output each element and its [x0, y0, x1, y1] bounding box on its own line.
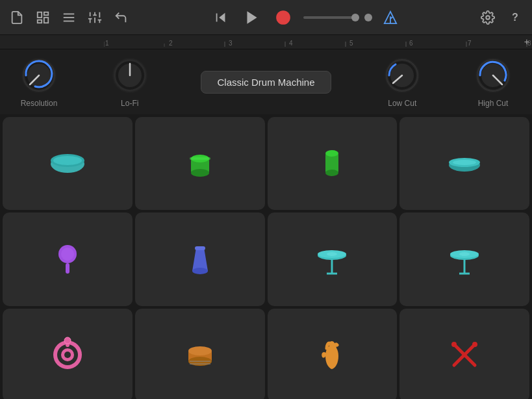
toolbar-right: ?: [479, 8, 524, 27]
hihat-open-icon: [446, 146, 483, 182]
pads-grid: [0, 114, 532, 399]
list-icon[interactable]: [60, 8, 78, 27]
svg-rect-62: [66, 263, 70, 274]
help-icon[interactable]: ?: [506, 8, 524, 27]
highcut-knob-group: High Cut: [474, 56, 513, 108]
svg-point-53: [191, 169, 209, 177]
lofi-label: Lo-Fi: [121, 99, 138, 108]
cymbal1-icon: [314, 241, 350, 277]
lofi-knob-group: Lo-Fi: [110, 56, 149, 108]
svg-point-79: [64, 352, 71, 358]
pad-target[interactable]: [3, 309, 133, 399]
svg-point-83: [188, 346, 212, 355]
metronome-icon[interactable]: [381, 8, 399, 27]
lowcut-knob[interactable]: [383, 56, 422, 95]
svg-marker-18: [247, 11, 257, 24]
svg-point-65: [192, 268, 208, 274]
svg-point-63: [61, 248, 74, 261]
resolution-knob-group: Resolution: [19, 56, 58, 108]
preset-name[interactable]: Classic Drum Machine: [201, 71, 331, 94]
snare2-icon: [182, 337, 218, 373]
svg-point-89: [451, 342, 457, 347]
pad-hihat-closed[interactable]: [268, 117, 398, 210]
pad-cowbell[interactable]: [135, 212, 265, 305]
snare1-icon: [182, 146, 218, 182]
add-track-button[interactable]: +: [524, 36, 529, 47]
svg-rect-54: [190, 157, 210, 160]
svg-rect-1: [44, 12, 48, 15]
shaker-icon: [49, 241, 86, 277]
svg-point-23: [486, 16, 490, 19]
svg-point-56: [325, 150, 338, 157]
toolbar-left: [8, 8, 130, 27]
sticks-icon: [446, 337, 483, 373]
pad-snare1[interactable]: [135, 117, 265, 210]
pad-shaker[interactable]: [3, 212, 133, 305]
pad-hihat-open[interactable]: [399, 117, 529, 210]
resolution-label: Resolution: [21, 99, 58, 108]
pad-cymbal1[interactable]: [268, 212, 398, 305]
lowcut-knob-group: Low Cut: [383, 56, 422, 108]
layout-icon[interactable]: [34, 8, 52, 27]
controls-row: Resolution Lo-Fi Classic Drum Machine: [0, 49, 532, 114]
lofi-knob[interactable]: [110, 56, 149, 95]
play-button[interactable]: [241, 6, 263, 29]
ruler: 1 2 3 4 5 6 7 8 +: [0, 35, 532, 49]
record-button[interactable]: [272, 6, 294, 29]
svg-point-19: [276, 10, 290, 25]
svg-point-60: [453, 160, 476, 165]
rewind-button[interactable]: [210, 6, 232, 29]
lowcut-label: Low Cut: [388, 99, 416, 108]
level-indicator: [364, 14, 372, 21]
toolbar: ?: [0, 0, 532, 35]
cowbell-icon: [182, 241, 218, 277]
pad-clap[interactable]: [268, 309, 398, 399]
svg-rect-0: [38, 12, 42, 17]
svg-point-81: [64, 337, 71, 344]
undo-icon[interactable]: [112, 8, 130, 27]
highcut-knob[interactable]: [474, 56, 513, 95]
resolution-knob[interactable]: [19, 56, 58, 95]
svg-point-70: [327, 252, 337, 256]
svg-point-90: [472, 342, 477, 347]
volume-slider[interactable]: [303, 16, 355, 19]
pad-snare2[interactable]: [135, 309, 265, 399]
hihat-closed-icon: [314, 146, 350, 182]
mixer-icon[interactable]: [86, 8, 104, 27]
pad-kick[interactable]: [3, 117, 133, 210]
svg-rect-2: [44, 18, 48, 23]
cymbal2-icon: [446, 241, 483, 277]
clap-icon: [314, 337, 350, 373]
svg-point-75: [459, 252, 470, 256]
file-icon[interactable]: [8, 8, 26, 27]
target-icon: [49, 337, 86, 373]
pad-cymbal2[interactable]: [399, 212, 529, 305]
svg-point-57: [325, 170, 338, 176]
svg-rect-3: [38, 19, 42, 23]
pad-sticks[interactable]: [399, 309, 529, 399]
settings-icon[interactable]: [479, 8, 497, 27]
svg-rect-64: [195, 246, 205, 250]
svg-point-50: [53, 156, 82, 165]
toolbar-center: [210, 6, 399, 29]
ruler-ticks: [104, 35, 532, 49]
svg-marker-16: [219, 12, 225, 22]
kick-icon: [49, 146, 86, 182]
highcut-label: High Cut: [478, 99, 509, 108]
